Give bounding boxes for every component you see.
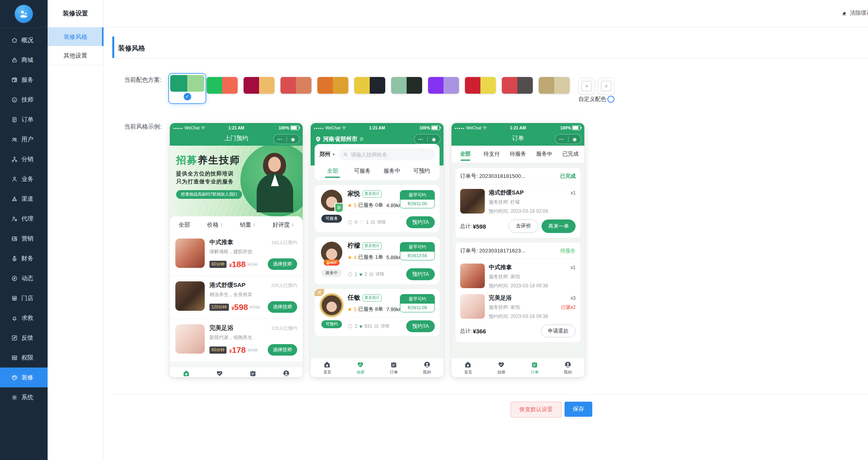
- secondary-sidebar: 装修设置 装修风格 其他设置: [48, 0, 104, 460]
- bell-icon: [11, 315, 18, 321]
- sidebar-item-technicians[interactable]: 技师: [0, 90, 48, 110]
- sidebar-item-marketing[interactable]: 营销: [0, 229, 48, 248]
- color-scheme-swatch[interactable]: [354, 77, 385, 94]
- detail-label: 详情: [377, 219, 386, 225]
- sidebar-item-distribution[interactable]: 分销: [0, 149, 48, 169]
- calendar-tab-icon: [249, 370, 257, 377]
- color-scheme-swatch[interactable]: [502, 77, 533, 94]
- swatch-secondary-color: [480, 77, 496, 94]
- swatch-primary-color: [391, 77, 407, 94]
- sidebar-item-label: 门店: [21, 294, 33, 302]
- sidebar-item-channels[interactable]: 渠道: [0, 189, 48, 209]
- tab-technicians: 技师: [344, 358, 377, 377]
- swatch-primary-color: [317, 77, 333, 94]
- phone-header: WeChat 1:21 AM 100% 订单 ••• ◉: [451, 123, 584, 146]
- sidebar-item-system[interactable]: 系统: [0, 387, 48, 407]
- served-count: 已服务 0单: [358, 202, 383, 209]
- sidebar-item-business[interactable]: 业务: [0, 169, 48, 189]
- order-number: 订单号: 20230318181500...: [460, 173, 525, 180]
- card-divider: [348, 213, 435, 213]
- new-badge: 新: [334, 203, 344, 213]
- swatch-primary-color: [244, 77, 259, 94]
- color-scheme-swatch[interactable]: [465, 77, 496, 94]
- technician-search-box: [339, 148, 435, 160]
- search-icon: [343, 152, 348, 157]
- sidebar-item-users[interactable]: 用户: [0, 129, 48, 149]
- color-scheme-swatch[interactable]: [391, 77, 422, 94]
- color-scheme-swatch[interactable]: [207, 77, 238, 94]
- profile-tab-icon: [423, 361, 431, 368]
- sidebar-item-label: 概况: [21, 37, 33, 44]
- recruit-banner: 招募养生技师 提供全方位的技师培训 只为打造做专业的服务 想要挑战高薪吗?那就加…: [170, 146, 303, 222]
- sidebar-item-mall[interactable]: 商城: [0, 50, 48, 70]
- profile-tab-icon: [564, 361, 572, 368]
- subsidebar-item-decoration-style[interactable]: 装修风格: [48, 27, 103, 46]
- order-item: 港式舒缓SAPx1 服务技师: 柠檬 预约时间: 2023-03-18 02:0…: [460, 189, 576, 215]
- tab-available: 可服务: [348, 164, 377, 179]
- location-pin-icon: [315, 136, 321, 142]
- wechat-capsule: ••• ◉: [414, 134, 440, 144]
- earliest-label: 最早可约: [400, 191, 434, 200]
- sidebar-item-news[interactable]: 动态: [0, 268, 48, 288]
- color-scheme-swatch[interactable]: [244, 77, 275, 94]
- service-name: 中式推拿: [209, 239, 233, 246]
- swatch-secondary-color: [333, 77, 348, 94]
- swatch-secondary-color: [517, 77, 533, 94]
- sidebar-item-permissions[interactable]: 权限: [0, 348, 48, 368]
- more-icon: •••: [274, 137, 286, 141]
- users-icon: [11, 136, 18, 143]
- color-scheme-swatch-selected[interactable]: ✓: [168, 73, 206, 104]
- comment-icon: [348, 272, 353, 277]
- sidebar-item-label: 业务: [21, 175, 33, 183]
- sidebar-item-label: 营销: [21, 235, 33, 243]
- sidebar-item-finance[interactable]: 财务: [0, 248, 48, 268]
- custom-color-radio[interactable]: [607, 96, 615, 103]
- sidebar-item-overview[interactable]: 概况: [0, 30, 48, 50]
- sidebar-item-agents[interactable]: 代理: [0, 209, 48, 229]
- sidebar-item-services[interactable]: 服务: [0, 70, 48, 90]
- app-logo[interactable]: [15, 5, 33, 23]
- technician-name: 家悦: [348, 190, 360, 198]
- money-bag-icon: [11, 255, 18, 262]
- status-badge: 服务中: [321, 269, 342, 277]
- sidebar-item-label: 权限: [21, 354, 33, 362]
- banner-line2: 只为打造做专业的服务: [176, 178, 303, 186]
- sidebar-item-label: 系统: [21, 394, 33, 401]
- section-gap: [170, 361, 303, 367]
- technician-avatar: 新: [321, 190, 342, 211]
- like-count: 1: [366, 219, 369, 225]
- order-status: 已完成: [560, 173, 576, 180]
- sidebar-item-decoration[interactable]: 装修: [0, 368, 48, 387]
- swatch-secondary-color: [554, 77, 570, 94]
- sidebar-item-orders[interactable]: 订单: [0, 110, 48, 129]
- service-booked-count: 220人已预约: [271, 283, 297, 289]
- location-edit-icon: [359, 137, 364, 141]
- order-total-value: ¥366: [473, 328, 486, 335]
- subsidebar-item-other-settings[interactable]: 其他设置: [48, 46, 103, 65]
- compass-icon: [11, 275, 18, 282]
- tab-orders: 订单: [377, 358, 411, 377]
- status-bar: WeChat 1:21 AM 100%: [451, 123, 584, 133]
- swatch-primary-color: [354, 77, 370, 94]
- color-scheme-swatch[interactable]: [280, 77, 311, 94]
- sidebar-item-feedback[interactable]: 反馈: [0, 328, 48, 348]
- restore-defaults-button[interactable]: 恢复默认设置: [511, 402, 562, 418]
- swatch-primary-color: [502, 77, 517, 94]
- sort-icon: ▲▼: [253, 223, 255, 227]
- technician-card: 新 可服务 家悦 更多照片 ★5 已服务 0单 4.89km: [315, 185, 440, 232]
- color-scheme-swatch[interactable]: [317, 77, 348, 94]
- save-button[interactable]: 保存: [565, 402, 592, 417]
- swatch-primary-color: [539, 77, 554, 94]
- color-scheme-swatch[interactable]: [539, 77, 570, 94]
- color-scheme-swatch[interactable]: [428, 77, 459, 94]
- secondary-sidebar-title: 装修设置: [48, 0, 103, 27]
- sort-price: 价格▲▼: [207, 221, 223, 229]
- order-again-button: 再来一单: [542, 219, 576, 233]
- sidebar-item-sos[interactable]: 求救: [0, 308, 48, 328]
- technician-card: HOT 服务中 柠檬 更多照片 ★4 已服务 1单 5.88km: [315, 237, 440, 284]
- clear-cache-button[interactable]: 清除缓存: [842, 10, 868, 17]
- order-item-technician: 服务技师: 家悦: [489, 273, 520, 280]
- custom-primary-color-picker[interactable]: ×: [578, 78, 595, 94]
- sidebar-item-stores[interactable]: 门店: [0, 288, 48, 308]
- custom-secondary-color-picker[interactable]: ×: [598, 78, 615, 94]
